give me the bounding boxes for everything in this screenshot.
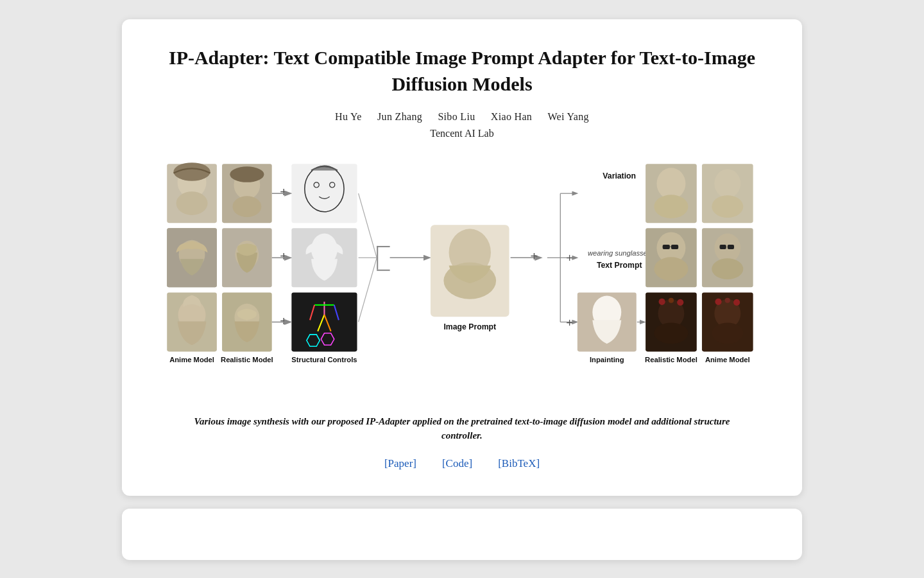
bracket-top xyxy=(377,246,389,247)
author-3: Sibo Liu xyxy=(438,111,475,122)
flower-2c xyxy=(733,299,740,306)
out-body-2 xyxy=(712,195,743,218)
author-5: Wei Yang xyxy=(547,111,588,122)
realistic-r-label: Realistic Model xyxy=(645,356,697,363)
sunglass-l xyxy=(663,245,670,249)
out-face-1 xyxy=(656,168,685,199)
author-1: Hu Ye xyxy=(335,111,362,122)
body-shape xyxy=(176,191,208,215)
code-link[interactable]: [Code] xyxy=(442,457,472,470)
flower-2b xyxy=(725,298,730,303)
flower-1b xyxy=(669,298,674,303)
hat-shape-2 xyxy=(230,166,264,182)
author-4: Xiao Han xyxy=(491,111,532,122)
body-shape-2 xyxy=(232,196,261,217)
figure-container: Anime Model Realistic Model xyxy=(160,157,764,470)
anime-label: Anime Model xyxy=(169,356,214,363)
plus-r2: + xyxy=(566,316,573,329)
conn-3 xyxy=(359,258,377,322)
paper-link[interactable]: [Paper] xyxy=(384,457,416,470)
flower-1a xyxy=(659,299,665,305)
sunglass-r2 xyxy=(728,245,734,249)
out-body-4 xyxy=(712,258,743,279)
plus-center: + xyxy=(530,249,538,263)
out-body-1 xyxy=(654,195,688,218)
plus-3: + xyxy=(280,314,287,328)
flower-2a xyxy=(715,299,721,305)
page-title: IP-Adapter: Text Compatible Image Prompt… xyxy=(160,45,764,97)
text-prompt-text: wearing sunglasses xyxy=(588,249,651,257)
img-prompt-label: Image Prompt xyxy=(443,322,496,331)
links-container: [Paper] [Code] [BibTeX] xyxy=(384,457,540,470)
second-card xyxy=(122,509,802,560)
variation-label: Variation xyxy=(603,171,636,180)
figure-caption: Various image synthesis with our propose… xyxy=(193,414,732,443)
plus-r1: + xyxy=(566,251,573,265)
bracket-bot xyxy=(377,270,389,271)
sketch-3 xyxy=(291,292,357,351)
dark-body-1 xyxy=(654,322,688,344)
realistic-label: Realistic Model xyxy=(221,356,273,363)
plus-2: + xyxy=(280,249,287,263)
conn-1 xyxy=(359,193,377,258)
sunglass-r xyxy=(671,245,678,249)
flower-1c xyxy=(677,299,683,306)
struct-label: Structural Controls xyxy=(291,356,357,363)
bibtex-link[interactable]: [BibTeX] xyxy=(498,457,540,470)
main-card: IP-Adapter: Text Compatible Image Prompt… xyxy=(122,19,802,496)
sketch-1 xyxy=(291,164,357,223)
diagram: Anime Model Realistic Model xyxy=(160,157,764,396)
out-face-2 xyxy=(714,169,740,198)
hat-shape xyxy=(173,162,210,181)
anime-r-label: Anime Model xyxy=(705,356,750,363)
out-body-3 xyxy=(654,257,688,281)
bracket-v xyxy=(377,246,378,270)
affiliation-text: Tencent AI Lab xyxy=(160,128,764,139)
sunglass-l2 xyxy=(720,245,726,249)
authors-line: Hu Ye Jun Zhang Sibo Liu Xiao Han Wei Ya… xyxy=(160,111,764,123)
plus-1: + xyxy=(280,185,287,199)
author-2: Jun Zhang xyxy=(377,111,422,122)
dark-body-2 xyxy=(712,322,743,344)
diagram-svg: Anime Model Realistic Model xyxy=(160,157,764,394)
inpainting-label: Inpainting xyxy=(590,356,624,363)
text-prompt-label: Text Prompt xyxy=(597,261,642,270)
